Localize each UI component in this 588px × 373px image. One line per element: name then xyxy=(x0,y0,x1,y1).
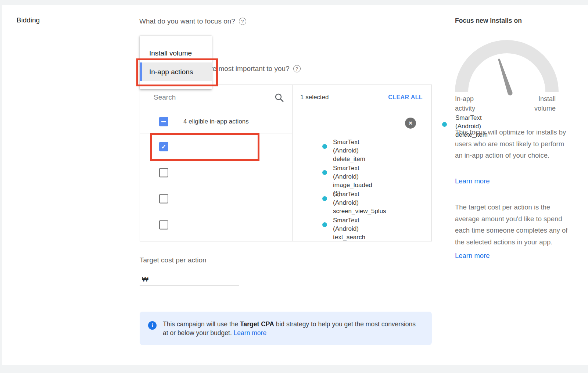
help-icon[interactable]: ? xyxy=(239,18,246,25)
sidebar-divider xyxy=(446,5,446,362)
checkbox-checked[interactable]: ✓ xyxy=(159,142,168,151)
clear-all-button[interactable]: CLEAR ALL xyxy=(388,94,423,101)
action-dot-icon xyxy=(322,196,327,201)
sidebar-paragraph-cpa: The target cost per action is the averag… xyxy=(455,201,571,248)
learn-more-link[interactable]: Learn more xyxy=(455,252,490,260)
option-action-name: delete_item xyxy=(333,155,365,163)
in-app-actions-picker: 1 selected CLEAR ALL 4 eligible in-app a… xyxy=(140,85,432,241)
gauge-left-label: In-app activity xyxy=(455,94,489,113)
action-option-text-search[interactable]: SmarText (Android) text_search xyxy=(140,212,292,238)
action-dot-icon xyxy=(322,170,327,175)
selected-panel-header: 1 selected CLEAR ALL xyxy=(293,85,431,110)
dropdown-option-install-volume[interactable]: Install volume xyxy=(140,44,212,62)
action-option-screen-view[interactable]: SmarText (Android) screen_view_5plus xyxy=(140,186,292,212)
target-cpa-input[interactable] xyxy=(151,275,241,283)
selected-action-name: delete_item xyxy=(455,130,488,139)
learn-more-link[interactable]: Learn more xyxy=(234,329,267,337)
action-option-image-loaded[interactable]: SmarText (Android) image_loaded (1) xyxy=(140,159,292,186)
bid-strategy-banner: i This campaign will use the Target CPA … xyxy=(140,312,432,345)
banner-bold: Target CPA xyxy=(240,320,274,328)
panel-divider xyxy=(292,85,293,241)
eligible-actions-group-row[interactable]: 4 eligible in-app actions xyxy=(140,110,292,133)
option-app-name: SmarText (Android) xyxy=(333,138,365,155)
learn-more-link[interactable]: Learn more xyxy=(455,177,490,185)
selected-option-bar xyxy=(140,62,142,81)
remove-selected-icon[interactable]: ✕ xyxy=(405,118,416,129)
info-icon: i xyxy=(148,321,157,330)
selected-item: SmarText (Android) delete_item ✕ xyxy=(293,110,431,138)
checkbox-unchecked[interactable] xyxy=(159,220,168,229)
action-option-delete-item[interactable]: ✓ SmarText (Android) delete_item xyxy=(140,133,292,159)
selected-app-name: SmarText (Android) xyxy=(455,114,488,130)
search-icon xyxy=(274,93,284,103)
banner-text: This campaign will use the Target CPA bi… xyxy=(163,320,416,337)
checkbox-unchecked[interactable] xyxy=(159,168,168,177)
section-title: Bidding xyxy=(17,16,40,24)
action-dot-icon xyxy=(322,222,327,227)
action-dot-icon xyxy=(442,122,447,127)
action-dot-icon xyxy=(322,144,327,149)
target-cpa-field[interactable]: ₩ xyxy=(140,270,239,286)
help-icon[interactable]: ? xyxy=(293,65,301,72)
checkbox-unchecked[interactable] xyxy=(159,194,168,203)
option-action-name: text_search xyxy=(333,233,365,241)
focus-question-label: What do you want to focus on? xyxy=(139,17,235,25)
focus-gauge-icon xyxy=(448,33,566,99)
selected-count: 1 selected xyxy=(300,94,329,101)
currency-won-symbol: ₩ xyxy=(142,275,148,283)
gauge-right-label: Install volume xyxy=(522,94,556,113)
select-all-checkbox-indeterminate[interactable] xyxy=(159,117,168,126)
target-cpa-label: Target cost per action xyxy=(140,256,207,264)
option-app-name: SmarText (Android) xyxy=(333,190,386,207)
sidebar-heading: Focus new installs on xyxy=(455,17,522,25)
search-input[interactable] xyxy=(154,93,274,101)
focus-dropdown-menu: Install volume In-app actions xyxy=(140,36,212,89)
option-app-name: SmarText (Android) xyxy=(333,216,365,233)
focus-question-row: What do you want to focus on? ? xyxy=(139,17,246,25)
option-action-name: screen_view_5plus xyxy=(333,207,386,215)
option-app-name: SmarText (Android) xyxy=(333,164,372,181)
dropdown-option-in-app-actions[interactable]: In-app actions xyxy=(140,62,212,81)
group-label: 4 eligible in-app actions xyxy=(183,118,249,125)
